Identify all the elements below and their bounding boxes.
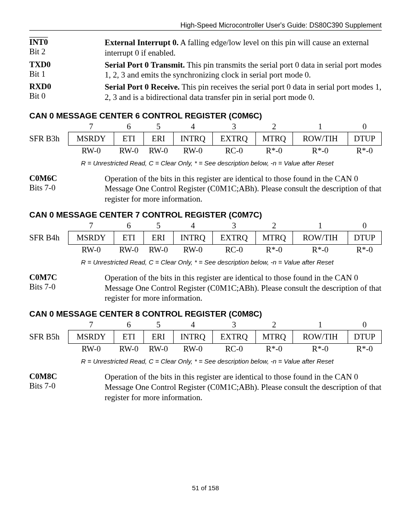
register-description: C0M6C Bits 7-0 Operation of the bits in … <box>29 174 382 204</box>
pin-bit: Bit 1 <box>29 69 45 78</box>
pin-bit: Bit 2 <box>29 47 45 56</box>
register-table: 7 6 5 4 3 2 1 0 SFR B4h MSRDY ETI ERI IN… <box>29 221 382 255</box>
bit-number-row: 7 6 5 4 3 2 1 0 <box>29 221 382 231</box>
bit-name-row: SFR B4h MSRDY ETI ERI INTRQ EXTRQ MTRQ R… <box>29 231 382 244</box>
header-text: High-Speed Microcontroller User's Guide:… <box>29 22 382 30</box>
bit-access-row: RW-0 RW-0 RW-0 RW-0 RC-0 R*-0 R*-0 R*-0 <box>29 145 382 156</box>
register-table: 7 6 5 4 3 2 1 0 SFR B3h MSRDY ETI ERI IN… <box>29 121 382 156</box>
register-desc-text: Operation of the bits in this register a… <box>105 372 382 402</box>
bit-name-row: SFR B3h MSRDY ETI ERI INTRQ EXTRQ MTRQ R… <box>29 132 382 145</box>
register-description: C0M7C Bits 7-0 Operation of the bits in … <box>29 273 382 303</box>
register-bits: Bits 7-0 <box>29 381 56 390</box>
section-heading: CAN 0 MESSAGE CENTER 8 CONTROL REGISTER … <box>29 309 382 319</box>
pin-row: RXD0 Bit 0 Serial Port 0 Receive. This p… <box>29 81 382 103</box>
register-legend: R = Unrestricted Read, C = Clear Only, *… <box>81 358 382 365</box>
bit-number-row: 7 6 5 4 3 2 1 0 <box>29 121 382 132</box>
register-legend: R = Unrestricted Read, C = Clear Only, *… <box>81 159 382 167</box>
bit-access-row: RW-0 RW-0 RW-0 RW-0 RC-0 R*-0 R*-0 R*-0 <box>29 244 382 255</box>
register-description: C0M8C Bits 7-0 Operation of the bits in … <box>29 372 382 402</box>
bit-access-row: RW-0 RW-0 RW-0 RW-0 RC-0 R*-0 R*-0 R*-0 <box>29 344 382 355</box>
bit-number-row: 7 6 5 4 3 2 1 0 <box>29 320 382 330</box>
register-bits: Bits 7-0 <box>29 183 56 192</box>
page-number: 51 of 158 <box>29 484 382 492</box>
sfr-label: SFR B4h <box>29 231 68 244</box>
section-heading: CAN 0 MESSAGE CENTER 7 CONTROL REGISTER … <box>29 210 382 220</box>
page-header: High-Speed Microcontroller User's Guide:… <box>29 22 382 31</box>
pin-name: INT0 <box>29 37 48 47</box>
pin-name: TXD0 <box>29 60 51 69</box>
register-desc-text: Operation of the bits in this register a… <box>105 174 382 204</box>
register-bits: Bits 7-0 <box>29 282 56 291</box>
pin-description: Serial Port 0 Receive. This pin receives… <box>105 81 382 103</box>
sfr-label: SFR B3h <box>29 132 68 145</box>
register-name: C0M6C <box>29 174 57 183</box>
register-legend: R = Unrestricted Read, C = Clear Only, *… <box>81 258 382 266</box>
pin-definitions: INT0 Bit 2 External Interrupt 0. A falli… <box>29 37 382 103</box>
register-table: 7 6 5 4 3 2 1 0 SFR B5h MSRDY ETI ERI IN… <box>29 320 382 354</box>
pin-bit: Bit 0 <box>29 91 45 100</box>
register-name: C0M8C <box>29 372 57 381</box>
sfr-label: SFR B5h <box>29 330 68 344</box>
pin-row: INT0 Bit 2 External Interrupt 0. A falli… <box>29 37 382 59</box>
pin-name: RXD0 <box>29 82 51 91</box>
register-desc-text: Operation of the bits in this register a… <box>105 273 382 303</box>
pin-description: External Interrupt 0. A falling edge/low… <box>105 37 382 59</box>
pin-description: Serial Port 0 Transmit. This pin transmi… <box>105 59 382 81</box>
bit-name-row: SFR B5h MSRDY ETI ERI INTRQ EXTRQ MTRQ R… <box>29 330 382 344</box>
pin-row: TXD0 Bit 1 Serial Port 0 Transmit. This … <box>29 59 382 81</box>
section-heading: CAN 0 MESSAGE CENTER 6 CONTROL REGISTER … <box>29 111 382 121</box>
register-name: C0M7C <box>29 273 57 282</box>
